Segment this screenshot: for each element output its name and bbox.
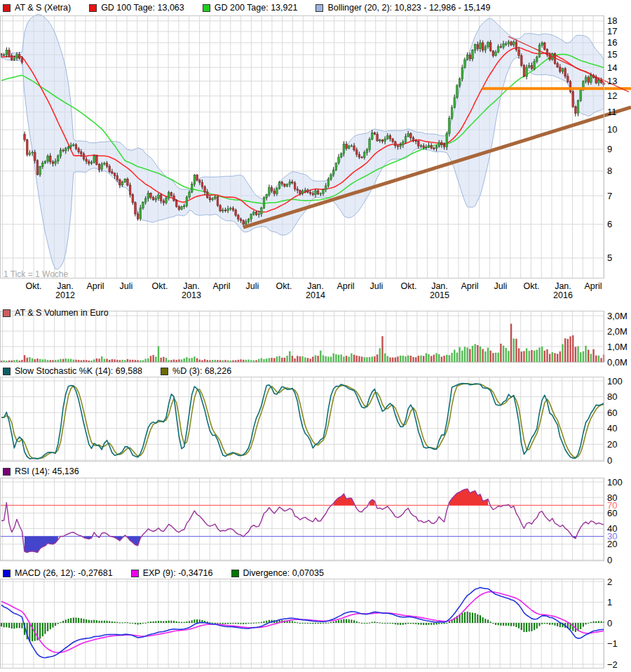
price-series-swatch-icon <box>3 4 11 12</box>
svg-text:1,0M: 1,0M <box>607 342 627 352</box>
legend-item-divergence: Divergence: 0,07035 <box>231 568 324 578</box>
divergence-swatch-icon <box>231 570 239 577</box>
svg-text:10: 10 <box>607 124 617 135</box>
svg-text:0,0M: 0,0M <box>607 357 627 368</box>
svg-text:100: 100 <box>607 376 623 387</box>
legend-item-macd: MACD (26, 12): -0,27681 <box>3 568 113 578</box>
rsi-label: RSI (14): 45,136 <box>15 466 79 476</box>
svg-text:100: 100 <box>607 477 623 488</box>
svg-text:16: 16 <box>607 37 617 48</box>
svg-text:0: 0 <box>607 455 612 466</box>
svg-text:Jan.: Jan. <box>431 281 448 291</box>
svg-text:7: 7 <box>607 191 612 201</box>
price-series-label: AT & S (Xetra) <box>15 3 71 13</box>
svg-text:April: April <box>584 281 602 291</box>
svg-text:Okt.: Okt. <box>152 281 168 291</box>
svg-text:Jan.: Jan. <box>57 281 74 291</box>
volume-label: AT & S Volumen in Euro <box>15 308 109 318</box>
chart-page: { "meta": { "tick_note": "1 Tick = 1 Woc… <box>0 0 631 672</box>
svg-text:Okt.: Okt. <box>524 281 540 291</box>
svg-text:Juli: Juli <box>120 281 133 291</box>
svg-text:18: 18 <box>607 15 617 26</box>
svg-text:Okt.: Okt. <box>26 281 42 291</box>
price-panel <box>1 14 604 269</box>
gd200-swatch-icon <box>203 4 210 12</box>
gd100-label: GD 100 Tage: 13,063 <box>101 3 184 13</box>
svg-text:5: 5 <box>607 253 612 263</box>
svg-text:2015: 2015 <box>430 290 449 300</box>
gd200-label: GD 200 Tage: 13,921 <box>215 3 298 13</box>
svg-text:3,0M: 3,0M <box>607 311 627 321</box>
legend-item-gd100: GD 100 Tage: 13,063 <box>89 3 184 13</box>
svg-text:−2: −2 <box>607 659 618 670</box>
macd-label: MACD (26, 12): -0,27681 <box>15 568 113 578</box>
svg-text:15: 15 <box>607 49 617 60</box>
svg-text:−1: −1 <box>607 638 618 649</box>
svg-text:9: 9 <box>607 144 612 154</box>
svg-text:2016: 2016 <box>553 290 573 300</box>
svg-text:Juli: Juli <box>494 281 508 291</box>
svg-text:17: 17 <box>607 26 617 36</box>
svg-text:Jan.: Jan. <box>183 281 200 291</box>
svg-text:13: 13 <box>607 76 617 86</box>
svg-text:20: 20 <box>607 439 617 450</box>
price-legend: AT & S (Xetra) GD 100 Tage: 13,063 GD 20… <box>3 2 508 13</box>
svg-text:40: 40 <box>607 523 617 534</box>
svg-text:6: 6 <box>607 219 612 229</box>
volume-panel <box>1 324 605 362</box>
svg-text:Okt.: Okt. <box>276 281 292 291</box>
tick-note: 1 Tick = 1 Woche <box>4 269 68 279</box>
volume-swatch-icon <box>3 309 11 317</box>
svg-text:Juli: Juli <box>246 281 259 291</box>
exp-swatch-icon <box>131 570 139 577</box>
svg-text:April: April <box>337 281 354 291</box>
svg-text:April: April <box>86 281 104 291</box>
legend-item-rsi: RSI (14): 45,136 <box>3 466 79 476</box>
svg-text:2013: 2013 <box>182 290 201 300</box>
stochastic-panel <box>1 384 604 459</box>
stoch-k-label: Slow Stochastic %K (14): 69,588 <box>15 366 142 376</box>
stoch-d-swatch-icon <box>161 368 168 375</box>
rsi-panel <box>0 489 604 553</box>
legend-item-gd200: GD 200 Tage: 13,921 <box>203 3 298 13</box>
bollinger-swatch-icon <box>316 4 323 12</box>
svg-text:60: 60 <box>607 408 617 418</box>
svg-text:40: 40 <box>607 423 617 434</box>
svg-text:11: 11 <box>607 107 617 117</box>
rsi-swatch-icon <box>3 468 11 476</box>
svg-text:2,0M: 2,0M <box>607 326 627 337</box>
stochastic-legend: Slow Stochastic %K (14): 69,588 %D (3): … <box>3 365 250 377</box>
legend-item-stoch-d: %D (3): 68,226 <box>161 366 231 376</box>
gd100-swatch-icon <box>89 4 97 12</box>
legend-item-stoch-k: Slow Stochastic %K (14): 69,588 <box>3 366 142 376</box>
stoch-d-label: %D (3): 68,226 <box>172 366 231 376</box>
svg-text:8: 8 <box>607 166 612 176</box>
svg-text:80: 80 <box>607 492 617 503</box>
legend-item-bollinger: Bollinger (20, 2): 10,823 - 12,986 - 15,… <box>316 3 490 13</box>
macd-swatch-icon <box>3 570 11 577</box>
svg-text:1: 1 <box>607 597 612 607</box>
stoch-k-swatch-icon <box>3 368 11 375</box>
svg-text:2012: 2012 <box>55 290 75 300</box>
exp-label: EXP (9): -0,34716 <box>143 568 213 578</box>
svg-text:2014: 2014 <box>306 290 325 300</box>
macd-legend: MACD (26, 12): -0,27681 EXP (9): -0,3471… <box>3 567 342 579</box>
svg-text:Okt.: Okt. <box>401 281 417 291</box>
rsi-legend: RSI (14): 45,136 <box>3 466 97 477</box>
svg-text:Juli: Juli <box>370 281 384 291</box>
divergence-label: Divergence: 0,07035 <box>243 568 324 578</box>
svg-text:April: April <box>461 281 478 291</box>
legend-item-price: AT & S (Xetra) <box>3 3 71 13</box>
svg-text:0: 0 <box>607 555 612 565</box>
svg-text:12: 12 <box>607 90 617 101</box>
svg-text:80: 80 <box>607 391 617 402</box>
svg-text:April: April <box>212 281 230 291</box>
svg-text:0: 0 <box>607 618 612 629</box>
bollinger-label: Bollinger (20, 2): 10,823 - 12,986 - 15,… <box>327 3 490 13</box>
svg-text:Jan.: Jan. <box>555 281 571 291</box>
svg-text:14: 14 <box>607 62 617 73</box>
svg-text:Jan.: Jan. <box>307 281 324 291</box>
legend-item-volume: AT & S Volumen in Euro <box>3 308 109 318</box>
svg-text:2: 2 <box>607 577 612 587</box>
volume-legend: AT & S Volumen in Euro <box>3 307 127 318</box>
